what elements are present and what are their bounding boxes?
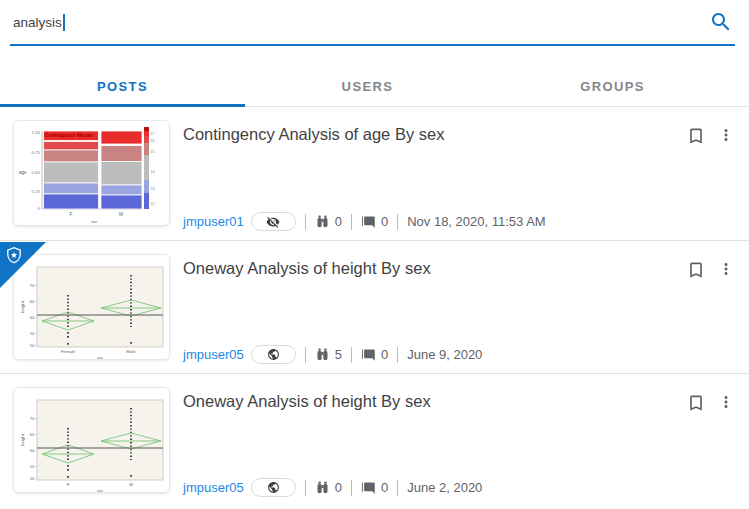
post-author-link[interactable]: jmpuser05 xyxy=(183,347,244,362)
svg-text:0.50: 0.50 xyxy=(31,170,40,175)
svg-text:Female: Female xyxy=(61,349,76,354)
svg-text:M: M xyxy=(129,482,133,487)
svg-text:65: 65 xyxy=(30,299,35,304)
views-stat: 5 xyxy=(315,347,342,362)
post-author-link[interactable]: jmpuser01 xyxy=(183,214,244,229)
visibility-pill xyxy=(251,212,296,231)
svg-text:Contingency Mosaic: Contingency Mosaic xyxy=(45,132,94,138)
svg-text:M: M xyxy=(119,212,123,217)
divider xyxy=(397,480,398,496)
eye-off-icon xyxy=(266,215,280,229)
comment-icon xyxy=(361,347,376,362)
divider xyxy=(351,347,352,363)
binoculars-icon xyxy=(315,347,330,362)
svg-text:12: 12 xyxy=(151,202,155,206)
kebab-menu-icon[interactable] xyxy=(717,126,735,144)
divider xyxy=(397,214,398,230)
svg-text:height: height xyxy=(20,300,25,313)
divider xyxy=(351,214,352,230)
svg-text:sex: sex xyxy=(97,355,103,360)
svg-text:70: 70 xyxy=(30,416,35,421)
svg-text:13: 13 xyxy=(151,187,155,191)
kebab-menu-icon[interactable] xyxy=(717,260,735,278)
svg-text:Male: Male xyxy=(126,349,136,354)
divider xyxy=(305,214,306,230)
comments-stat: 0 xyxy=(361,347,388,362)
svg-text:1.00: 1.00 xyxy=(31,130,40,135)
svg-text:50: 50 xyxy=(30,343,35,348)
globe-icon xyxy=(267,348,280,361)
divider xyxy=(305,480,306,496)
post-row: 1.000.75 0.500.25 0 age xyxy=(0,107,749,240)
search-value: analysis xyxy=(13,15,62,30)
views-count: 0 xyxy=(335,480,342,495)
divider xyxy=(397,347,398,363)
svg-text:age: age xyxy=(19,170,27,175)
bookmark-icon[interactable] xyxy=(686,126,706,146)
post-title[interactable]: Contingency Analysis of age By sex xyxy=(183,125,674,144)
post-date: Nov 18, 2020, 11:53 AM xyxy=(407,214,546,229)
visibility-pill xyxy=(251,345,296,364)
comments-count: 0 xyxy=(381,480,388,495)
post-title[interactable]: Oneway Analysis of height By sex xyxy=(183,259,674,278)
tab-posts[interactable]: POSTS xyxy=(0,69,245,106)
svg-text:55: 55 xyxy=(30,464,35,469)
svg-text:55: 55 xyxy=(30,331,35,336)
svg-text:60: 60 xyxy=(30,315,35,320)
svg-text:sex: sex xyxy=(91,219,97,224)
tab-users[interactable]: USERS xyxy=(245,69,490,106)
kebab-menu-icon[interactable] xyxy=(717,393,735,411)
svg-text:15: 15 xyxy=(151,150,155,154)
svg-text:65: 65 xyxy=(30,432,35,437)
svg-text:16: 16 xyxy=(151,139,155,143)
svg-text:0.25: 0.25 xyxy=(31,189,40,194)
divider xyxy=(305,347,306,363)
svg-text:F: F xyxy=(67,482,70,487)
comment-icon xyxy=(361,480,376,495)
binoculars-icon xyxy=(315,480,330,495)
bookmark-icon[interactable] xyxy=(686,260,706,280)
svg-text:50: 50 xyxy=(30,476,35,481)
tab-bar: POSTS USERS GROUPS xyxy=(0,69,749,107)
globe-icon xyxy=(267,481,280,494)
search-input[interactable]: analysis xyxy=(10,0,735,46)
post-date: June 2, 2020 xyxy=(407,480,482,495)
divider xyxy=(351,480,352,496)
tab-groups[interactable]: GROUPS xyxy=(490,69,735,106)
views-stat: 0 xyxy=(315,480,342,495)
bookmark-icon[interactable] xyxy=(686,393,706,413)
svg-text:14: 14 xyxy=(151,170,155,174)
svg-text:60: 60 xyxy=(30,448,35,453)
visibility-pill xyxy=(251,478,296,497)
comment-icon xyxy=(361,214,376,229)
search-icon[interactable] xyxy=(709,10,733,34)
post-date: June 9, 2020 xyxy=(407,347,482,362)
post-row: 7065 6055 50 height xyxy=(0,240,749,373)
svg-text:F: F xyxy=(70,212,73,217)
comments-count: 0 xyxy=(381,214,388,229)
views-count: 5 xyxy=(335,347,342,362)
svg-text:0.75: 0.75 xyxy=(31,150,40,155)
svg-text:height: height xyxy=(20,433,25,446)
svg-text:17: 17 xyxy=(151,132,155,136)
views-count: 0 xyxy=(335,214,342,229)
shield-star-badge-icon xyxy=(0,242,46,292)
comments-stat: 0 xyxy=(361,214,388,229)
post-thumbnail-oneway-plot[interactable]: 7065 6055 50 height xyxy=(13,387,170,493)
comments-stat: 0 xyxy=(361,480,388,495)
views-stat: 0 xyxy=(315,214,342,229)
post-row: 7065 6055 50 height xyxy=(0,373,749,506)
comments-count: 0 xyxy=(381,347,388,362)
post-thumbnail-mosaic-plot[interactable]: 1.000.75 0.500.25 0 age xyxy=(13,120,170,226)
post-title[interactable]: Oneway Analysis of height By sex xyxy=(183,392,674,411)
text-cursor xyxy=(63,14,65,31)
svg-text:sex: sex xyxy=(97,488,103,493)
post-author-link[interactable]: jmpuser05 xyxy=(183,480,244,495)
binoculars-icon xyxy=(315,214,330,229)
